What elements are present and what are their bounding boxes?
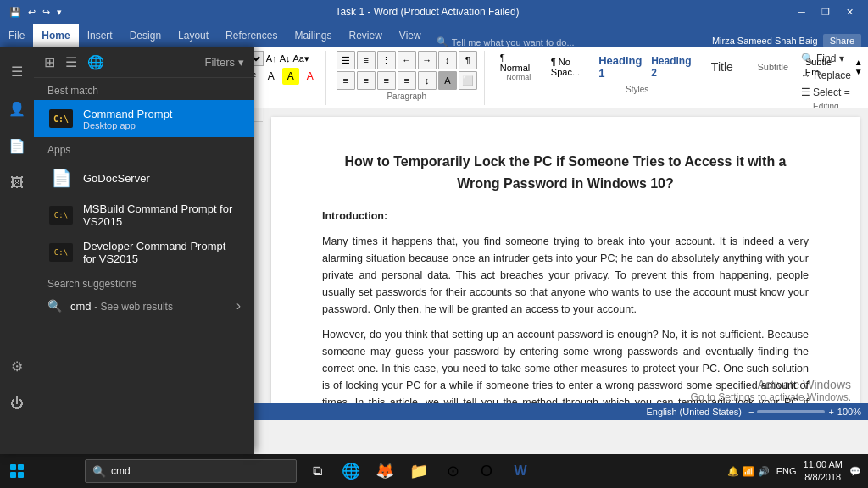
show-marks-button[interactable]: ¶ (459, 51, 477, 69)
app2-title: MSBuild Command Prompt for VS2015 (83, 202, 241, 228)
restore-button[interactable]: ❐ (814, 0, 837, 24)
user-info: Mirza Sameed Shah Baig Share (712, 34, 868, 47)
shading-button[interactable]: A (438, 71, 457, 90)
zoom-in-button[interactable]: + (828, 407, 833, 417)
tab-review[interactable]: Review (340, 24, 390, 47)
borders-button[interactable]: ⬜ (459, 71, 477, 90)
tab-insert[interactable]: Insert (79, 24, 121, 47)
undo-button[interactable]: ↩ (25, 5, 38, 19)
find-button[interactable]: 🔍 Find ▾ (798, 51, 854, 66)
style-no-spacing[interactable]: ¶ No Spac... (546, 55, 593, 79)
tell-me-box[interactable]: Tell me what you want to do... (452, 37, 575, 47)
app-godocsserver[interactable]: 📄 GoDocServer (34, 159, 254, 197)
shrink-font-button[interactable]: A↓ (280, 53, 291, 64)
app-developer-prompt[interactable]: C:\ Developer Command Prompt for VS2015 (34, 234, 254, 271)
align-left-button[interactable]: ≡ (337, 71, 355, 90)
minimize-button[interactable]: ─ (790, 0, 814, 24)
zoom-out-button[interactable]: − (748, 407, 754, 417)
tab-view[interactable]: View (391, 24, 430, 47)
filters-button[interactable]: Filters ▾ (205, 56, 244, 69)
hamburger-menu-button[interactable]: ☰ (0, 54, 34, 88)
increase-indent-button[interactable]: → (418, 51, 437, 69)
settings-icon[interactable]: ⚙ (0, 349, 34, 383)
align-right-button[interactable]: ≡ (377, 71, 396, 90)
editing-group: 🔍 Find ▾ ↔ Replace ☰ Select = Editing (791, 51, 861, 105)
app-msbuild[interactable]: C:\ MSBuild Command Prompt for VS2015 (34, 197, 254, 234)
align-center-button[interactable]: ≡ (357, 71, 376, 90)
bullets-button[interactable]: ☰ (337, 51, 355, 69)
task-view-button[interactable]: ⧉ (303, 458, 331, 485)
paragraph-group: ☰ ≡ ⋮ ← → ↕ ¶ ≡ ≡ ≡ ≡ ↕ A ⬜ Pa (330, 51, 485, 105)
best-match-item[interactable]: C:\ Command Prompt Desktop app (34, 100, 254, 137)
docs-icon[interactable]: 📄 (0, 129, 34, 163)
tab-mailings[interactable]: Mailings (286, 24, 340, 47)
grid-view-icon[interactable]: ⊞ (44, 54, 55, 70)
highlight-button[interactable]: A (282, 68, 299, 85)
window-controls: ─ ❐ ✕ (790, 0, 861, 24)
zoom-slider[interactable] (757, 410, 825, 413)
dev-prompt-icon: C:\ (47, 239, 75, 266)
intro-label: Introduction: (322, 210, 387, 222)
command-prompt-icon: C:\ (47, 105, 75, 132)
grow-font-button[interactable]: A↑ (266, 53, 277, 64)
activate-watermark: Activate Windows Go to Settings to activ… (691, 378, 851, 403)
action-center-icon[interactable]: 💬 (849, 466, 861, 477)
web-icon[interactable]: 🌐 (87, 54, 104, 70)
start-button[interactable] (0, 454, 34, 488)
multilevel-button[interactable]: ⋮ (377, 51, 396, 69)
msbuild-icon: C:\ (47, 202, 75, 229)
taskbar: 🔍 ⧉ 🌐 🦊 📁 ⊙ O W 🔔 📶 🔊 ENG 11:00 AM 8/8/2… (0, 454, 868, 488)
list-view-icon[interactable]: ☰ (65, 54, 77, 70)
window-title: Task 1 - Word (Product Activation Failed… (64, 6, 790, 18)
numbering-button[interactable]: ≡ (357, 51, 376, 69)
firefox-button[interactable]: 🦊 (371, 458, 398, 485)
network-icon[interactable]: 📶 (743, 466, 754, 477)
text-effects-button[interactable]: A (263, 68, 280, 85)
word-titlebar: 💾 ↩ ↪ ▾ Task 1 - Word (Product Activatio… (0, 0, 868, 24)
opera-button[interactable]: O (473, 458, 500, 485)
user-icon[interactable]: 👤 (0, 92, 34, 125)
replace-button[interactable]: ↔ Replace (798, 68, 854, 83)
font-color-button[interactable]: A (302, 68, 319, 85)
style-normal[interactable]: ¶ Normal Normal (495, 51, 542, 83)
justify-button[interactable]: ≡ (398, 71, 416, 90)
style-heading1[interactable]: Heading 1 (597, 53, 644, 81)
taskbar-search-icon: 🔍 (92, 465, 106, 478)
decrease-indent-button[interactable]: ← (398, 51, 416, 69)
notifications-icon[interactable]: 🔔 (727, 466, 739, 477)
folder-button[interactable]: 📁 (405, 458, 432, 485)
close-button[interactable]: ✕ (837, 0, 861, 24)
language-indicator: ENG (776, 466, 797, 476)
volume-icon[interactable]: 🔊 (758, 466, 770, 477)
redo-button[interactable]: ↪ (40, 5, 53, 19)
chrome-button[interactable]: ⊙ (439, 458, 466, 485)
line-spacing-button[interactable]: ↕ (418, 71, 437, 90)
style-subtitle[interactable]: Subtitle (749, 60, 797, 74)
style-heading2[interactable]: Heading 2 (648, 53, 695, 80)
search-suggestion-icon: 🔍 (47, 299, 62, 313)
more-button[interactable]: ▾ (54, 5, 64, 19)
tab-home[interactable]: Home (33, 24, 78, 47)
suggestion-cmd[interactable]: 🔍 cmd - See web results › (34, 293, 254, 319)
document-page: How to Temporarily Lock the PC if Someon… (271, 117, 860, 420)
tab-file[interactable]: File (0, 24, 33, 47)
tab-design[interactable]: Design (121, 24, 170, 47)
filters-label: Filters (205, 56, 235, 69)
tab-layout[interactable]: Layout (170, 24, 217, 47)
save-button[interactable]: 💾 (7, 5, 24, 19)
sort-button[interactable]: ↕ (438, 51, 457, 69)
word-button[interactable]: W (507, 458, 534, 485)
power-icon[interactable]: ⏻ (0, 386, 34, 420)
select-button[interactable]: ☰ Select = (798, 85, 854, 100)
tab-references[interactable]: References (217, 24, 286, 47)
photos-icon[interactable]: 🖼 (0, 166, 34, 200)
font-case-button[interactable]: Aa▾ (293, 53, 309, 64)
style-title[interactable]: Title (698, 58, 746, 75)
share-button[interactable]: Share (823, 34, 861, 47)
taskbar-search-input[interactable] (111, 465, 289, 477)
best-match-label: Best match (34, 78, 254, 100)
edge-button[interactable]: 🌐 (337, 458, 364, 485)
intro-paragraph: Many times it happens that, you find som… (322, 233, 809, 318)
taskbar-search[interactable]: 🔍 (85, 459, 297, 483)
zoom-level: 100% (837, 407, 861, 417)
